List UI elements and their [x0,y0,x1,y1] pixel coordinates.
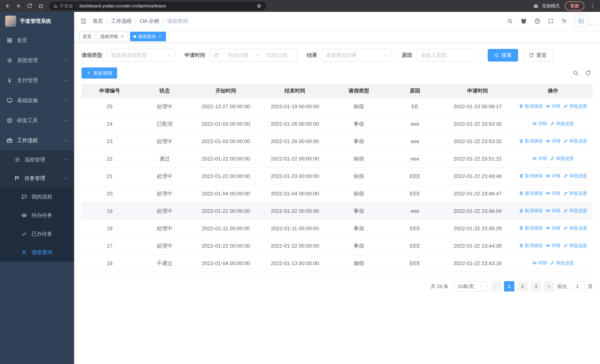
sidebar-item-system-management[interactable]: 系统管理 [0,50,74,70]
page-button-1[interactable]: 1 [504,281,514,291]
sidebar-item-dev-tools[interactable]: 研发工具 [0,111,74,131]
tag-leave-query[interactable]: 请假查询× [130,32,166,41]
security-label[interactable]: 不安全 [60,3,73,9]
cancel-leave-link[interactable]: 取消请假 [519,173,543,179]
leave-type-select[interactable]: 请选择请假类型 [107,49,175,62]
chevron-up-icon [64,138,68,143]
close-icon[interactable]: × [158,34,163,39]
create-leave-button[interactable]: 发起请假 [82,67,117,79]
progress-link[interactable]: 审批进度 [563,103,587,109]
reset-button-label: 重置 [536,52,547,59]
detail-link[interactable]: 详情 [532,156,547,161]
sidebar-item-done-tasks[interactable]: 已办任务 [0,225,74,243]
table-row: 23处理中2022-01-03 00:00:002022-01-26 00:00… [82,133,593,150]
detail-link[interactable]: 详情 [545,225,560,231]
detail-link[interactable]: 详情 [545,103,560,109]
cancel-leave-link[interactable]: 取消请假 [519,190,543,196]
tag-home[interactable]: 首页 [79,32,95,41]
progress-link[interactable]: 审批进度 [550,121,574,127]
cancel-leave-link[interactable]: 取消请假 [519,243,543,249]
page-button-2[interactable]: 2 [517,281,528,291]
progress-link[interactable]: 审批进度 [550,156,574,161]
chevron-down-icon [479,284,484,289]
result-select[interactable]: 请选择流结果 [322,49,392,62]
browser-back-icon[interactable] [4,3,10,9]
cell-start: 2022-01-04 00:00:00 [191,185,260,202]
reset-button[interactable]: 重置 [523,49,553,62]
detail-link[interactable]: 详情 [545,243,560,249]
header-search-icon[interactable] [507,18,513,24]
cell-id: 24 [82,115,138,133]
browser-update-button[interactable]: 更新 [565,1,584,10]
navbar: 首页 / 工作流程 / OA 示例 / 请假查询 [74,12,600,30]
next-page-button[interactable] [544,281,554,291]
sidebar-item-my-processes[interactable]: 我的流程 [0,187,74,206]
sidebar-item-workflow[interactable]: 工作流程 [0,131,74,150]
action-label: 审批进度 [556,260,574,266]
fullscreen-icon[interactable] [548,18,554,24]
toggle-search-icon[interactable] [572,70,579,76]
sidebar-item-task-management[interactable]: 任务管理 [0,169,74,187]
cell-start: 2022-01-22 00:00:00 [191,202,260,220]
progress-link[interactable]: 审批进度 [563,173,587,179]
github-icon[interactable] [520,18,527,24]
detail-link[interactable]: 详情 [545,138,560,144]
browser-menu-icon[interactable] [590,3,596,9]
eye-icon [545,191,550,196]
cell-applied: 2022-01-22 23:49:46 [442,168,513,185]
browser-home-icon[interactable] [38,3,44,9]
breadcrumb-item-workflow[interactable]: 工作流程 [111,18,132,25]
address-bar[interactable]: 不安全 dashboard.yudao.iocoder.cn/bpm/oa/le… [49,1,266,10]
reason-input[interactable] [417,49,478,62]
detail-link[interactable]: 详情 [532,121,547,127]
progress-link[interactable]: 审批进度 [563,243,587,249]
cancel-leave-link[interactable]: 取消请假 [519,138,543,144]
page-button-3[interactable]: 3 [531,281,541,291]
cell-actions: 取消请假详情审批进度 [513,185,593,202]
detail-link[interactable]: 详情 [545,173,560,179]
progress-link[interactable]: 审批进度 [563,138,587,144]
action-label: 审批进度 [556,121,574,127]
breadcrumb-item-oa-example[interactable]: OA 示例 [140,18,159,25]
cancel-leave-link[interactable]: 取消请假 [519,225,543,231]
font-size-icon[interactable] [561,18,567,24]
close-icon[interactable]: × [120,34,125,39]
cancel-leave-link[interactable]: 取消请假 [519,208,543,214]
cell-type: 事假 [329,133,388,150]
breadcrumb-item-home[interactable]: 首页 [93,18,103,25]
menu-fold-button[interactable] [74,12,93,30]
url-text[interactable]: dashboard.yudao.iocoder.cn/bpm/oa/leave [79,3,253,9]
progress-link[interactable]: 审批进度 [563,225,587,231]
person-icon [21,250,27,255]
sidebar-item-payment-management[interactable]: 支付管理 [0,70,74,90]
user-menu[interactable] [574,14,594,28]
cell-start: 2022-01-04 00:00:00 [191,255,260,272]
tags-bar: 首页流程详情×请假查询× [74,30,600,43]
cancel-leave-link[interactable]: 取消请假 [519,103,543,109]
progress-link[interactable]: 审批进度 [563,190,587,196]
cell-end: 2022-01-23 00:00:00 [260,168,329,185]
detail-link[interactable]: 详情 [545,190,560,196]
sidebar-item-home[interactable]: 首页 [0,30,74,50]
goto-page-input[interactable] [570,281,585,291]
sidebar-item-process-management[interactable]: 流程管理 [0,150,74,169]
search-button[interactable]: 搜索 [488,49,518,62]
sidebar-item-todo-tasks[interactable]: 待办任务 [0,206,74,225]
progress-link[interactable]: 审批进度 [550,260,574,266]
sidebar-item-leave-query[interactable]: 请假查询 [0,243,74,262]
filter-form: 请假类型 请选择请假类型 申请时间 开始日期 - 结束日期 [82,49,593,62]
refresh-table-icon[interactable] [585,70,591,76]
bookmark-star-icon[interactable] [256,3,262,9]
browser-reload-icon[interactable] [27,3,33,9]
tag-process-detail[interactable]: 流程详情× [97,32,128,41]
browser-forward-icon[interactable] [16,3,21,9]
page-size-select[interactable]: 10条/页 [454,281,488,291]
progress-link[interactable]: 审批进度 [563,208,587,214]
detail-link[interactable]: 详情 [532,260,547,266]
prev-page-button[interactable] [491,281,501,291]
sidebar-item-infrastructure[interactable]: 基础设施 [0,90,74,111]
chevron-down-icon [166,53,171,57]
help-icon[interactable] [534,18,540,24]
apply-time-range-picker[interactable]: 开始日期 - 结束日期 [210,49,297,62]
detail-link[interactable]: 详情 [545,208,560,214]
